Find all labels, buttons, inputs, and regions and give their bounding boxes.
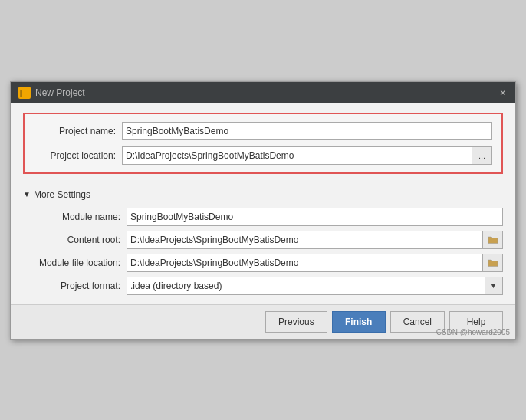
more-settings-section: ▼ More Settings Module name: Content roo… xyxy=(23,189,503,295)
module-name-row: Module name: xyxy=(23,208,503,226)
top-section: Project name: Project location: ... xyxy=(23,113,503,174)
dialog-body: Project name: Project location: ... ▼ xyxy=(11,103,515,304)
module-name-input[interactable] xyxy=(127,208,503,226)
module-file-row: Module file location: xyxy=(23,254,503,272)
module-file-browse-button[interactable] xyxy=(483,254,503,272)
svg-text:I: I xyxy=(20,89,22,98)
more-settings-content: Module name: Content root: xyxy=(23,208,503,295)
project-location-input[interactable] xyxy=(122,146,472,165)
module-file-label: Module file location: xyxy=(23,258,127,268)
project-location-browse-button[interactable]: ... xyxy=(472,146,492,165)
project-name-row: Project name: xyxy=(34,122,492,140)
project-name-input[interactable] xyxy=(122,122,492,140)
watermark: CSDN @howard2005 xyxy=(436,328,510,336)
project-format-select[interactable]: .idea (directory based) .ipr (file based… xyxy=(127,277,503,295)
content-root-row: Content root: xyxy=(23,231,503,249)
title-bar: I New Project × xyxy=(11,82,515,103)
folder-icon-2 xyxy=(488,258,498,267)
project-name-label: Project name: xyxy=(34,126,122,136)
new-project-dialog: I New Project × Project name: Project lo… xyxy=(10,81,516,340)
module-name-label: Module name: xyxy=(23,212,127,222)
title-bar-left: I New Project xyxy=(18,87,85,99)
project-format-row: Project format: .idea (directory based) … xyxy=(23,277,503,295)
project-location-field: ... xyxy=(122,146,492,165)
finish-button[interactable]: Finish xyxy=(332,311,386,333)
module-file-field xyxy=(127,254,503,272)
previous-button[interactable]: Previous xyxy=(265,311,327,333)
module-file-input[interactable] xyxy=(127,254,483,272)
project-location-label: Project location: xyxy=(34,150,122,161)
project-format-label: Project format: xyxy=(23,281,127,291)
app-icon: I xyxy=(18,87,31,99)
project-location-row: Project location: ... xyxy=(34,146,492,165)
close-button[interactable]: × xyxy=(498,87,508,98)
project-format-select-wrapper: .idea (directory based) .ipr (file based… xyxy=(127,277,503,295)
content-root-label: Content root: xyxy=(23,235,127,245)
expand-icon: ▼ xyxy=(23,190,31,199)
folder-icon xyxy=(488,235,498,244)
content-root-input[interactable] xyxy=(127,231,483,249)
content-root-browse-button[interactable] xyxy=(483,231,503,249)
more-settings-header[interactable]: ▼ More Settings xyxy=(23,189,503,200)
more-settings-label: More Settings xyxy=(34,189,90,200)
dialog-title: New Project xyxy=(35,87,85,98)
content-root-field xyxy=(127,231,503,249)
